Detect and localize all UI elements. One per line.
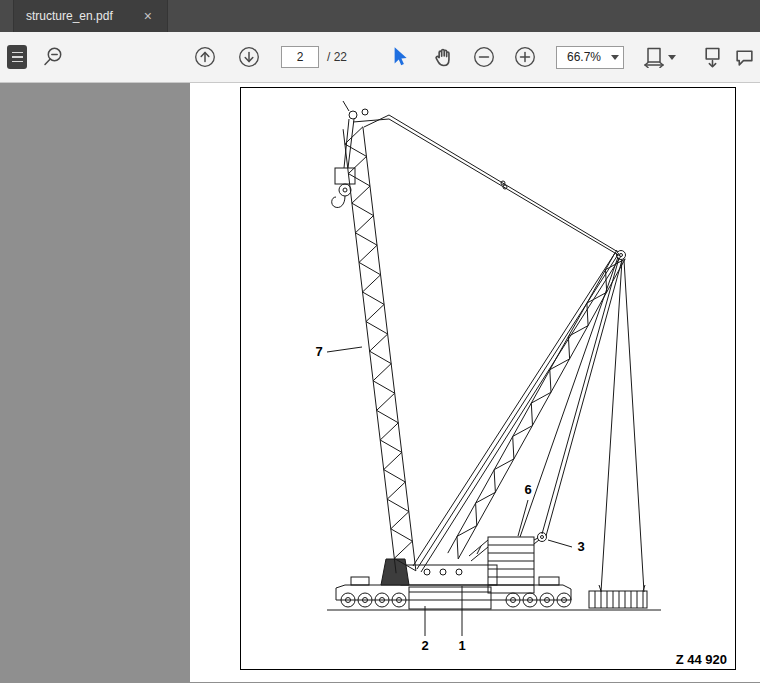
- zoom-in-button[interactable]: [511, 41, 539, 73]
- fit-width-icon: [643, 47, 665, 68]
- page-count-label: / 22: [327, 50, 347, 64]
- zoom-out-icon: [472, 45, 496, 69]
- tab-title: structure_en.pdf: [26, 9, 113, 23]
- document-background: [0, 83, 190, 682]
- fit-width-caret-icon: [668, 55, 676, 60]
- zoom-in-icon: [513, 45, 537, 69]
- search-icon: [41, 45, 65, 69]
- hand-tool-button[interactable]: [429, 41, 457, 73]
- main-toolbar: / 22 66.7%: [0, 32, 760, 83]
- comment-bubble-icon: [734, 47, 755, 68]
- figure-label-7: 7: [315, 344, 322, 359]
- sidebar-toggle-icon: [7, 45, 27, 69]
- figure-label-2: 2: [421, 638, 428, 653]
- next-page-button[interactable]: [235, 41, 263, 73]
- tab-bar: structure_en.pdf ×: [0, 0, 760, 32]
- zoom-out-button[interactable]: [470, 41, 498, 73]
- tab-close-icon[interactable]: ×: [141, 7, 155, 25]
- fit-width-button[interactable]: [640, 41, 678, 73]
- scroll-mode-button[interactable]: [698, 41, 726, 73]
- zoom-level-dropdown[interactable]: 66.7%: [556, 46, 624, 69]
- select-arrow-icon: [388, 45, 410, 69]
- figure-label-6: 6: [524, 482, 531, 497]
- hand-icon: [432, 46, 454, 68]
- zoom-level-value: 66.7%: [557, 50, 607, 64]
- page-number-input[interactable]: [281, 46, 319, 68]
- page-up-icon: [193, 45, 217, 69]
- page-down-icon: [237, 45, 261, 69]
- pdf-page: 7 6 3 2 1 Z 44 920: [190, 83, 760, 682]
- crane-figure: 7 6 3 2 1 Z 44 920: [241, 88, 735, 669]
- zoom-caret-icon[interactable]: [607, 47, 623, 68]
- sidebar-toggle-button[interactable]: [3, 41, 31, 73]
- document-tab[interactable]: structure_en.pdf ×: [13, 0, 168, 32]
- marquee-zoom-button[interactable]: [39, 41, 67, 73]
- document-area: 7 6 3 2 1 Z 44 920: [0, 83, 760, 682]
- scroll-mode-icon: [702, 47, 723, 68]
- figure-label-1: 1: [458, 638, 465, 653]
- figure-code: Z 44 920: [676, 652, 727, 667]
- comment-button[interactable]: [730, 41, 758, 73]
- previous-page-button[interactable]: [191, 41, 219, 73]
- figure-frame: 7 6 3 2 1 Z 44 920: [240, 87, 736, 670]
- select-tool-button[interactable]: [385, 41, 413, 73]
- figure-label-3: 3: [577, 539, 584, 554]
